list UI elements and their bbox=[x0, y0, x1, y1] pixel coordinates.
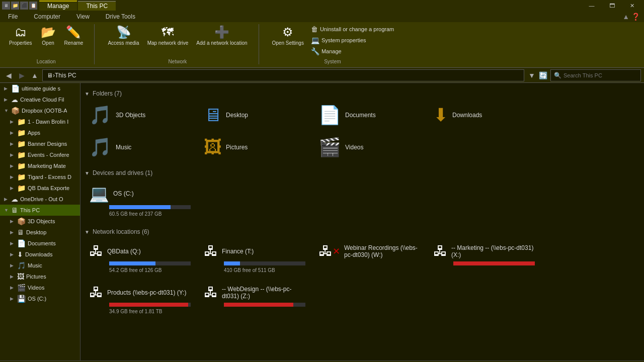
sidebar-item-onedrive[interactable]: ▶ ☁ OneDrive - Out O bbox=[0, 194, 80, 205]
sidebar-item-downloads[interactable]: ▶ ⬇ Downloads bbox=[0, 249, 80, 260]
folder-desktop-info: Desktop bbox=[226, 112, 248, 119]
folder-videos-name: Videos bbox=[345, 144, 363, 151]
refresh-button[interactable]: 🔄 bbox=[537, 70, 548, 81]
tab-manage[interactable]: Manage bbox=[39, 1, 77, 11]
folder-icon: 📁 bbox=[17, 162, 26, 170]
close-button[interactable]: ✕ bbox=[622, 0, 642, 11]
sidebar-item-pictures[interactable]: ▶ 🖼 Pictures bbox=[0, 271, 80, 282]
maximize-button[interactable]: 🗖 bbox=[602, 0, 622, 11]
devices-section-header[interactable]: ▼ Devices and drives (1) bbox=[85, 169, 640, 176]
open-settings-button[interactable]: ⚙ Open Settings bbox=[269, 24, 307, 47]
folder-desktop[interactable]: 🖥 Desktop bbox=[199, 101, 310, 129]
network-webdesign[interactable]: 🖧 -- WebDesign -- (\\ebs-pc-dt031) (Z:) bbox=[199, 281, 310, 318]
drive-os-c-header: 💻 OS (C:) bbox=[89, 184, 191, 203]
ribbon-tab-computer[interactable]: Computer bbox=[26, 11, 68, 22]
network-products-label: 34.9 GB free of 1.81 TB bbox=[109, 309, 191, 314]
network-section-header[interactable]: ▼ Network locations (6) bbox=[85, 228, 640, 235]
network-marketing-name: -- Marketing -- (\\ebs-pc-dt031) (X:) bbox=[451, 244, 535, 258]
network-marketing[interactable]: 🖧 -- Marketing -- (\\ebs-pc-dt031) (X:) bbox=[429, 239, 539, 277]
network-qbdata-name: QBData (Q:) bbox=[107, 248, 141, 255]
ribbon-tab-file[interactable]: File bbox=[0, 11, 26, 22]
arrow-icon: ▶ bbox=[10, 163, 15, 168]
map-network-drive-button[interactable]: 🗺 Map network drive bbox=[144, 24, 192, 47]
properties-button[interactable]: 🗂 Properties bbox=[6, 24, 35, 47]
sidebar-item-creative-cloud[interactable]: ▶ ☁ Creative Cloud Fil bbox=[0, 94, 80, 105]
address-dropdown[interactable]: ▼ 🔄 bbox=[526, 70, 548, 81]
sidebar-label: OneDrive - Out O bbox=[20, 196, 63, 202]
folder-downloads[interactable]: ⬇ Downloads bbox=[429, 101, 539, 129]
search-box[interactable]: 🔍 bbox=[550, 69, 641, 81]
drive-os-c-icon: 💻 bbox=[89, 184, 109, 203]
manage-button[interactable]: 🔧 Manage bbox=[309, 46, 396, 56]
network-drive-icon: 🖧 bbox=[204, 243, 218, 259]
network-qbdata[interactable]: 🖧 QBData (Q:) 54.2 GB free of 126 GB bbox=[85, 239, 195, 277]
folder-pictures[interactable]: 🖼 Pictures bbox=[199, 133, 310, 161]
folder-videos-icon: 🎬 bbox=[318, 137, 341, 158]
add-network-location-button[interactable]: ➕ Add a network location bbox=[193, 24, 250, 47]
network-finance[interactable]: 🖧 Finance (T:) 410 GB free of 511 GB bbox=[199, 239, 310, 277]
network-grid: 🖧 QBData (Q:) 54.2 GB free of 126 GB 🖧 F… bbox=[85, 239, 640, 318]
ribbon-tab-drive-tools[interactable]: Drive Tools bbox=[98, 11, 143, 22]
ribbon-help-btn[interactable]: ❓ bbox=[631, 13, 640, 21]
network-webdesign-name: -- WebDesign -- (\\ebs-pc-dt031) (Z:) bbox=[222, 286, 305, 300]
access-media-button[interactable]: 📡 Access media bbox=[105, 24, 142, 47]
network-finance-header: 🖧 Finance (T:) bbox=[204, 243, 305, 259]
sidebar-item-desktop[interactable]: ▶ 🖥 Desktop bbox=[0, 227, 80, 238]
icon3: ⬛ bbox=[20, 2, 28, 10]
rename-button[interactable]: ✏️ Rename bbox=[61, 24, 87, 47]
sidebar-item-this-pc[interactable]: ▼ 🖥 This PC bbox=[0, 205, 80, 216]
minimize-button[interactable]: — bbox=[582, 0, 602, 11]
tab-this-pc[interactable]: This PC bbox=[78, 1, 116, 11]
back-button[interactable]: ◀ bbox=[3, 70, 14, 81]
address-path[interactable]: 🖥 › This PC bbox=[42, 69, 524, 81]
arrow-icon: ▶ bbox=[10, 296, 15, 301]
sidebar-item-qbdata[interactable]: ▶ 📁 QB Data Exporte bbox=[0, 183, 80, 194]
icon4: 📋 bbox=[29, 2, 37, 10]
sidebar-item-os-c[interactable]: ▶ 💾 OS (C:) bbox=[0, 293, 80, 304]
sidebar-item-music[interactable]: ▶ 🎵 Music bbox=[0, 260, 80, 271]
sidebar-item-videos[interactable]: ▶ 🎬 Videos bbox=[0, 282, 80, 293]
folder-videos[interactable]: 🎬 Videos bbox=[314, 133, 425, 161]
folder-music[interactable]: 🎵 Music bbox=[85, 133, 195, 161]
sidebar-item-documents[interactable]: ▶ 📄 Documents bbox=[0, 238, 80, 249]
sidebar-item-dawn-brolin[interactable]: ▶ 📁 1 - Dawn Brolin I bbox=[0, 116, 80, 127]
ribbon-group-location: 🗂 Properties 📂 Open ✏️ Rename Location bbox=[4, 24, 95, 64]
arrow-icon: ▶ bbox=[10, 241, 15, 246]
properties-icon: 🗂 bbox=[15, 25, 27, 39]
network-webdesign-header: 🖧 -- WebDesign -- (\\ebs-pc-dt031) (Z:) bbox=[204, 284, 305, 301]
folders-section-header[interactable]: ▼ Folders (7) bbox=[85, 90, 640, 97]
up-button[interactable]: ▲ bbox=[29, 70, 40, 81]
sidebar-item-events[interactable]: ▶ 📁 Events - Confere bbox=[0, 149, 80, 160]
path-dropdown-btn[interactable]: ▼ bbox=[526, 70, 537, 81]
folder-pictures-name: Pictures bbox=[226, 144, 248, 151]
drive-os-c-bar bbox=[109, 205, 171, 209]
folder-icon: ☁ bbox=[11, 195, 18, 203]
sidebar-item-banner[interactable]: ▶ 📁 Banner Designs bbox=[0, 138, 80, 149]
forward-button[interactable]: ▶ bbox=[16, 70, 27, 81]
folder-3d-objects[interactable]: 🎵 3D Objects bbox=[85, 101, 195, 129]
network-drive-icon: 🖧 bbox=[318, 243, 333, 259]
sidebar-item-apps[interactable]: ▶ 📁 Apps bbox=[0, 127, 80, 138]
system-properties-button[interactable]: 💻 System properties bbox=[309, 35, 396, 45]
folder-icon: 🖼 bbox=[17, 273, 24, 281]
folder-music-icon: 🎵 bbox=[89, 137, 112, 158]
uninstall-button[interactable]: 🗑 Uninstall or change a program bbox=[309, 24, 396, 34]
drive-os-c-name: OS (C:) bbox=[113, 190, 134, 197]
sidebar-item-guide[interactable]: ▶ 📄 ultimate guide s bbox=[0, 83, 80, 94]
search-input[interactable] bbox=[564, 72, 637, 78]
ribbon-tab-view[interactable]: View bbox=[68, 11, 98, 22]
network-webinar[interactable]: 🖧 ✕ Webinar Recordings (\\ebs-pc-dt030) … bbox=[314, 239, 425, 277]
network-qbdata-bar bbox=[109, 261, 155, 265]
folder-documents[interactable]: 📄 Documents bbox=[314, 101, 425, 129]
title-bar-left: 🖥 📁 ⬛ 📋 Manage This PC bbox=[2, 1, 116, 11]
app-icon: 🖥 bbox=[2, 2, 10, 10]
sidebar-item-3d-objects[interactable]: ▶ 📦 3D Objects bbox=[0, 216, 80, 227]
network-products[interactable]: 🖧 Products (\\ebs-pc-dt031) (Y:) 34.9 GB… bbox=[85, 281, 195, 318]
open-button[interactable]: 📂 Open bbox=[37, 24, 59, 47]
ribbon-expand-btn[interactable]: ▲ bbox=[622, 13, 629, 21]
sidebar-item-tigard[interactable]: ▶ 📁 Tigard - Excess D bbox=[0, 171, 80, 183]
network-finance-bar-container bbox=[224, 261, 305, 265]
sidebar-item-dropbox[interactable]: ▼ 📦 Dropbox (OOTB-A bbox=[0, 105, 80, 116]
drive-os-c[interactable]: 💻 OS (C:) 60.5 GB free of 237 GB bbox=[85, 180, 195, 220]
sidebar-item-marketing[interactable]: ▶ 📁 Marketing Mate bbox=[0, 160, 80, 171]
